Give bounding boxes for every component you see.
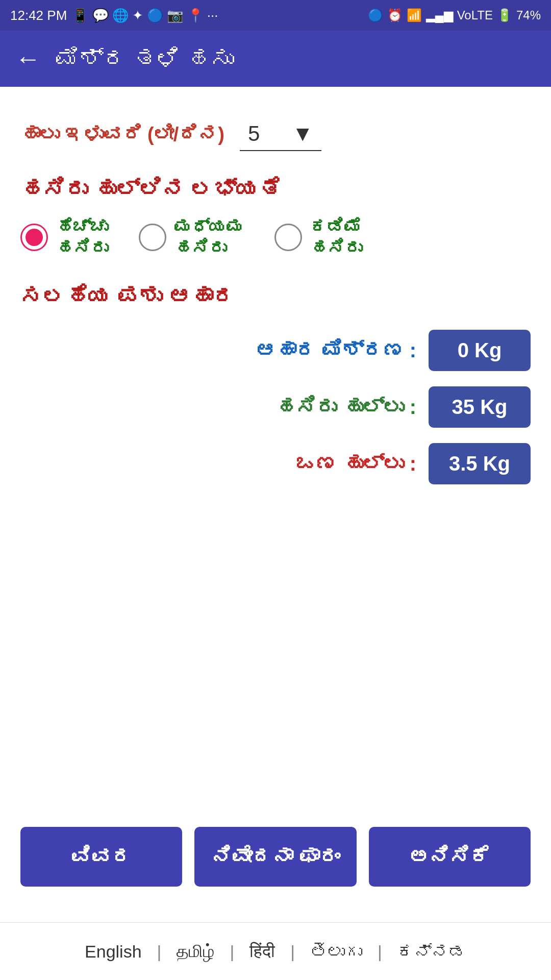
lang-tamil[interactable]: தமிழ் <box>177 941 214 962</box>
battery-percent: 74% <box>516 8 541 22</box>
time-display: 12:42 PM <box>10 8 67 23</box>
dry-grass-value: 3.5 Kg <box>429 443 531 484</box>
lang-sep-1: | <box>157 942 162 962</box>
radio-label-high: ಹೆಚ್ಚು ಹಸಿರು <box>56 216 108 258</box>
language-footer: English | தமிழ் | हिंदी | తెలుగు | ಕನ್ನಡ <box>0 922 551 980</box>
wifi-icon: 📶 <box>407 8 422 22</box>
milk-yield-value: 5 <box>248 121 260 146</box>
feedback-button[interactable]: ಅನಿಸಿಕೆ <box>369 827 531 887</box>
radio-label-medium: ಮಧ್ಯಮ ಹಸಿರು <box>174 216 244 258</box>
bluetooth-icon: 🔵 <box>368 8 383 22</box>
grass-section-title: ಹಸಿರು ಹುಲ್ಲಿನ ಲಭ್ಯತೆ <box>20 177 531 202</box>
lang-sep-3: | <box>290 942 295 962</box>
lang-kannada[interactable]: ಕನ್ನಡ <box>397 942 466 962</box>
result-row-green-grass: ಹಸಿರು ಹುಲ್ಲು : 35 Kg <box>20 386 531 428</box>
radio-item-low[interactable]: ಕಡಿಮೆ ಹಸಿರು <box>274 216 362 258</box>
grass-availability-section: ಹಸಿರು ಹುಲ್ಲಿನ ಲಭ್ಯತೆ ಹೆಚ್ಚು ಹಸಿರು ಮಧ್ಯಮ … <box>20 177 531 284</box>
back-button[interactable]: ← <box>15 44 41 74</box>
status-time: 12:42 PM 📱 💬 🌐 ✦ 🔵 📷 📍 ··· <box>10 8 218 23</box>
lang-english[interactable]: English <box>85 942 142 962</box>
milk-yield-row: ಹಾಲು ಇಳುವರಿ (ಲೀ/ದಿನ) 5 ▼ <box>20 117 531 151</box>
battery-icon: 🔋 <box>497 8 512 22</box>
details-button[interactable]: ವಿವರ <box>20 827 182 887</box>
main-content: ಹಾಲು ಇಳುವರಿ (ಲೀ/ದಿನ) 5 ▼ ಹಸಿರು ಹುಲ್ಲಿನ ಲ… <box>0 87 551 922</box>
lang-sep-4: | <box>378 942 382 962</box>
food-mix-label: ಆಹಾರ ಮಿಶ್ರಣ : <box>255 339 416 362</box>
radio-outer-high <box>20 224 48 251</box>
report-button[interactable]: ನಿವೇದನಾ ಫಾರಂ <box>194 827 356 887</box>
lang-telugu[interactable]: తెలుగు <box>310 942 362 962</box>
radio-inner-high <box>26 229 43 246</box>
signal-icon: ▂▄▆ <box>426 8 453 22</box>
status-indicators: 🔵 ⏰ 📶 ▂▄▆ VoLTE 🔋 74% <box>368 8 541 22</box>
radio-outer-medium <box>139 224 166 251</box>
app-bar: ← ಮಿಶ್ರ ತಳಿ ಹಸು <box>0 31 551 87</box>
milk-yield-dropdown[interactable]: 5 ▼ <box>240 117 321 151</box>
radio-label-low: ಕಡಿಮೆ ಹಸಿರು <box>310 216 362 258</box>
status-bar: 12:42 PM 📱 💬 🌐 ✦ 🔵 📷 📍 ··· 🔵 ⏰ 📶 ▂▄▆ VoL… <box>0 0 551 31</box>
radio-item-high[interactable]: ಹೆಚ್ಚು ಹಸಿರು <box>20 216 108 258</box>
green-grass-label: ಹಸಿರು ಹುಲ್ಲು : <box>276 396 416 419</box>
dry-grass-label: ಒಣ ಹುಲ್ಲು : <box>296 452 416 475</box>
result-row-dry-grass: ಒಣ ಹುಲ್ಲು : 3.5 Kg <box>20 443 531 484</box>
lang-hindi[interactable]: हिंदी <box>249 941 275 962</box>
app-icons: 📱 💬 🌐 ✦ 🔵 📷 📍 ··· <box>72 8 218 23</box>
grass-radio-group: ಹೆಚ್ಚು ಹಸಿರು ಮಧ್ಯಮ ಹಸಿರು ಕಡಿಮೆ ಹಸಿರು <box>20 216 531 258</box>
alarm-icon: ⏰ <box>387 8 403 22</box>
lang-sep-2: | <box>230 942 234 962</box>
milk-yield-label: ಹಾಲು ಇಳುವರಿ (ಲೀ/ದಿನ) <box>20 124 224 145</box>
volte-label: VoLTE <box>457 8 493 22</box>
dropdown-arrow-icon: ▼ <box>292 121 313 146</box>
radio-outer-low <box>274 224 302 251</box>
app-bar-title: ಮಿಶ್ರ ತಳಿ ಹಸು <box>56 45 234 72</box>
advisory-section: ಸಲಹೆಯ ಪಶು ಆಹಾರ ಆಹಾರ ಮಿಶ್ರಣ : 0 Kg ಹಸಿರು … <box>20 284 531 500</box>
food-mix-value: 0 Kg <box>429 330 531 371</box>
radio-item-medium[interactable]: ಮಧ್ಯಮ ಹಸಿರು <box>139 216 244 258</box>
bottom-buttons-row: ವಿವರ ನಿವೇದನಾ ಫಾರಂ ಅನಿಸಿಕೆ <box>20 827 531 887</box>
result-row-food-mix: ಆಹಾರ ಮಿಶ್ರಣ : 0 Kg <box>20 330 531 371</box>
advisory-title: ಸಲಹೆಯ ಪಶು ಆಹಾರ <box>20 284 531 309</box>
green-grass-value: 35 Kg <box>429 386 531 428</box>
